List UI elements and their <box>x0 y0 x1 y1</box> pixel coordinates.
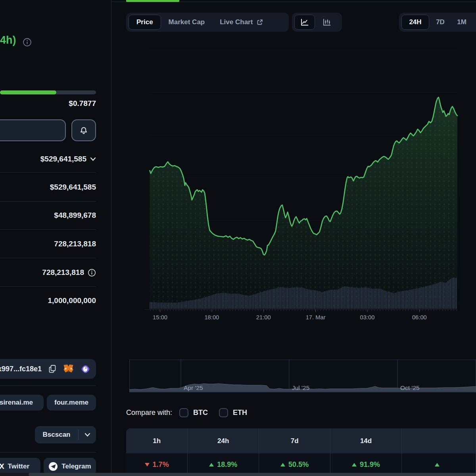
line-chart-type-button[interactable] <box>294 15 315 30</box>
chevron-down-icon <box>90 157 96 161</box>
svg-text:15:00: 15:00 <box>153 314 167 321</box>
chart-type-switcher <box>292 13 342 32</box>
range-24h[interactable]: 24H <box>401 15 429 30</box>
triangle-up-icon <box>352 463 357 466</box>
tab-label: Price <box>129 18 161 26</box>
copy-icon[interactable] <box>48 364 57 374</box>
stat-value: 728,213,818 <box>54 240 96 248</box>
col-header-24h: 24h <box>188 428 259 453</box>
svg-text:06:00: 06:00 <box>412 314 427 321</box>
divider <box>0 229 96 230</box>
website-link-sirenai[interactable]: sirenai.me <box>0 395 44 411</box>
tab-label: Live Chart <box>220 18 253 26</box>
contract-address: x997...fc18e1 <box>0 365 42 373</box>
telegram-icon <box>48 462 58 471</box>
stat-row-volume: $48,899,678 <box>0 209 96 221</box>
svg-text:21:00: 21:00 <box>256 314 271 321</box>
explorer-label: Bscscan <box>35 431 78 439</box>
stat-row-market-cap[interactable]: $529,641,585 <box>0 153 96 165</box>
svg-text:Jul '25: Jul '25 <box>292 384 309 391</box>
chart-tab-switcher: Price Market Cap Live Chart <box>126 13 289 32</box>
divider <box>0 386 96 386</box>
range-label: 24H <box>409 18 421 26</box>
svg-text:18:00: 18:00 <box>204 314 219 321</box>
performance-table-header: 1h 24h 7d 14d <box>126 428 476 453</box>
link-label: sirenai.me <box>0 399 33 407</box>
price-range-progress <box>0 90 96 94</box>
range-7d[interactable]: 7D <box>430 18 451 26</box>
explorer-dropdown[interactable]: Bscscan <box>35 426 96 443</box>
external-link-icon <box>256 19 263 26</box>
triangle-up-icon <box>280 463 285 466</box>
stat-value: 728,213,818 <box>42 268 84 277</box>
compare-checkbox-btc[interactable] <box>179 408 188 417</box>
stat-value: $48,899,678 <box>54 211 96 220</box>
price-range-progress-fill <box>0 90 56 94</box>
chevron-down-icon[interactable] <box>79 433 96 437</box>
svg-text:Apr '25: Apr '25 <box>184 384 203 391</box>
compare-checkbox-eth[interactable] <box>219 408 228 417</box>
bell-icon <box>79 126 88 135</box>
social-label: Telegram <box>61 463 91 470</box>
tab-label: Market Cap <box>169 18 205 26</box>
price-chart[interactable]: 15:0018:0021:0017. Mar03:0006:00 <box>126 38 476 357</box>
tab-live-chart[interactable]: Live Chart <box>212 18 271 26</box>
compare-row: Compare with: BTC ETH <box>126 407 258 418</box>
info-icon[interactable] <box>88 269 96 277</box>
price-range-high-value: $0.7877 <box>0 99 96 108</box>
contract-address-pill[interactable]: x997...fc18e1 <box>0 359 96 379</box>
website-link-fourmeme[interactable]: four.meme <box>47 395 96 411</box>
performance-table: 1h 24h 7d 14d 1.7% 18.9% 50.5% 91.9% <box>126 428 476 476</box>
col-header-14d: 14d <box>330 428 402 453</box>
compare-option-btc[interactable]: BTC <box>193 409 208 417</box>
price-change-heading: 4h) <box>0 34 16 46</box>
crypto-coin-page: 4h) $0.7877 $529,641,585 $529,641,585 $4… <box>0 0 476 476</box>
tab-price[interactable]: Price <box>129 15 161 30</box>
divider <box>0 286 96 287</box>
sidebar-divider <box>111 0 111 473</box>
stat-row-circulating-supply: 728,213,818 <box>0 238 96 250</box>
stat-value: 1,000,000,000 <box>48 296 96 305</box>
watchlist-button[interactable] <box>0 119 66 141</box>
x-twitter-icon: X <box>0 462 4 471</box>
divider <box>0 201 96 202</box>
divider <box>0 452 96 453</box>
stat-value: $529,641,585 <box>40 155 86 163</box>
stat-row-max-supply: 1,000,000,000 <box>0 295 96 307</box>
divider <box>0 258 96 258</box>
metamask-icon[interactable] <box>63 364 74 374</box>
line-chart-icon <box>300 18 309 27</box>
triangle-up-icon <box>435 463 440 466</box>
stat-row-total-supply: 728,213,818 <box>0 267 96 278</box>
stat-row-fdv: $529,641,585 <box>0 181 96 193</box>
col-header-30d <box>402 428 476 453</box>
link-label: four.meme <box>54 399 88 407</box>
range-1m[interactable]: 1M <box>451 18 472 26</box>
col-header-1h: 1h <box>126 428 188 453</box>
col-header-7d: 7d <box>259 428 330 453</box>
svg-text:03:00: 03:00 <box>360 314 375 321</box>
active-tab-underline <box>126 0 179 2</box>
chart-navigator[interactable]: Apr '25Jul '25Oct '25 <box>129 359 476 393</box>
compare-label: Compare with: <box>126 409 172 417</box>
tab-market-cap[interactable]: Market Cap <box>161 18 213 26</box>
divider <box>0 172 96 173</box>
svg-text:Oct '25: Oct '25 <box>400 384 420 391</box>
scrollbar-thumb[interactable] <box>29 473 476 476</box>
info-icon[interactable] <box>23 38 32 47</box>
triangle-down-icon <box>145 463 150 466</box>
wallet-icon[interactable] <box>80 364 91 374</box>
social-label: Twitter <box>8 463 29 470</box>
candlestick-chart-type-button[interactable] <box>317 15 337 30</box>
stat-value: $529,641,585 <box>50 183 96 192</box>
triangle-up-icon <box>209 463 214 466</box>
candlestick-chart-icon <box>322 18 332 27</box>
price-alert-button[interactable] <box>71 119 96 141</box>
compare-option-eth[interactable]: ETH <box>233 409 247 417</box>
time-range-switcher: 24H 7D 1M <box>399 13 476 32</box>
svg-text:17. Mar: 17. Mar <box>306 314 326 321</box>
